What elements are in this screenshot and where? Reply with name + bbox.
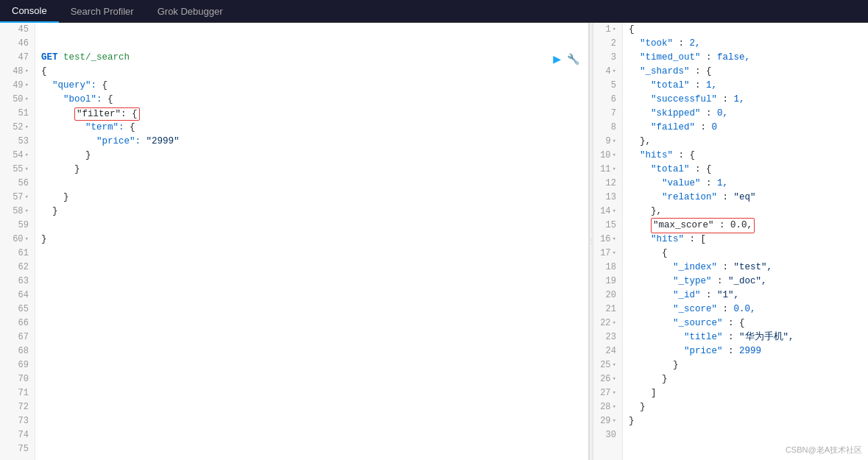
response-code-line: "hits" : { [629, 149, 862, 163]
response-fold-icon[interactable]: ▾ [613, 414, 616, 428]
play-button[interactable]: ▶ [553, 51, 561, 67]
response-code-line: "_source" : { [629, 316, 862, 330]
code-line [41, 428, 582, 442]
line-number: 51 [0, 107, 35, 121]
response-fold-icon[interactable]: ▾ [613, 372, 616, 386]
code-line [41, 330, 582, 344]
response-line-number: 30 [593, 428, 622, 442]
response-code-line: } [629, 414, 862, 428]
response-line-number: 14▾ [593, 205, 622, 219]
line-number: 67 [0, 330, 35, 344]
response-code-line [629, 428, 862, 442]
response-line-number: 17▾ [593, 247, 622, 261]
line-number: 55▾ [0, 163, 35, 177]
response-code-line: "title" : "华为手机", [629, 330, 862, 344]
highlighted-filter-key: "filter": { [74, 107, 140, 121]
response-fold-icon[interactable]: ▾ [613, 400, 616, 414]
line-number: 64 [0, 289, 35, 302]
code-line [41, 372, 582, 386]
fold-icon[interactable]: ▾ [25, 233, 29, 247]
response-line-number: 4▾ [593, 65, 622, 79]
code-line: } [41, 233, 582, 247]
fold-icon[interactable]: ▾ [25, 65, 29, 79]
line-number: 49▾ [0, 79, 35, 93]
response-line-number: 2 [593, 37, 622, 51]
line-number: 65 [0, 302, 35, 316]
editor-code-area[interactable]: ▶🔧GET test/_search{ "query": { "bool": {… [35, 23, 588, 460]
fold-icon[interactable]: ▾ [25, 79, 29, 93]
line-number: 58▾ [0, 205, 35, 219]
fold-icon[interactable]: ▾ [25, 163, 29, 177]
code-line [41, 261, 582, 275]
line-number: 53 [0, 135, 35, 149]
line-number: 63 [0, 275, 35, 289]
code-line [41, 247, 582, 261]
code-line: GET test/_search [41, 51, 582, 65]
response-code-line: "total" : 1, [629, 79, 862, 93]
code-line: } [41, 191, 582, 205]
line-number: 48▾ [0, 65, 35, 79]
response-line-number: 21 [593, 302, 622, 316]
highlighted-max-score: "max_score" : 0.0, [651, 218, 755, 233]
response-line-number: 29▾ [593, 414, 622, 428]
wrench-button[interactable]: 🔧 [567, 53, 579, 66]
code-line [41, 302, 582, 316]
response-fold-icon[interactable]: ▾ [613, 163, 616, 177]
code-line [41, 219, 582, 233]
response-line-number: 18 [593, 261, 622, 275]
tab-grok-debugger[interactable]: Grok Debugger [146, 0, 235, 23]
response-fold-icon[interactable]: ▾ [613, 358, 616, 372]
response-fold-icon[interactable]: ▾ [613, 149, 616, 163]
fold-icon[interactable]: ▾ [25, 191, 29, 205]
response-code-line: "successful" : 1, [629, 93, 862, 107]
fold-icon[interactable]: ▾ [25, 205, 29, 219]
code-line [41, 442, 582, 456]
fold-icon[interactable]: ▾ [25, 121, 29, 135]
line-number: 70 [0, 372, 35, 386]
response-fold-icon[interactable]: ▾ [613, 386, 616, 400]
response-fold-icon[interactable]: ▾ [613, 247, 616, 261]
response-line-number: 1▾ [593, 23, 622, 37]
response-fold-icon[interactable]: ▾ [613, 23, 616, 37]
response-line-number: 10▾ [593, 149, 622, 163]
line-number: 61 [0, 247, 35, 261]
fold-icon[interactable]: ▾ [25, 93, 29, 107]
line-number: 57▾ [0, 191, 35, 205]
response-line-number: 22▾ [593, 316, 622, 330]
line-number: 60▾ [0, 233, 35, 247]
code-line [41, 289, 582, 302]
code-line: } [41, 205, 582, 219]
code-line [41, 386, 582, 400]
code-line [41, 344, 582, 358]
response-fold-icon[interactable]: ▾ [613, 205, 616, 219]
response-fold-icon[interactable]: ▾ [613, 65, 616, 79]
response-line-number: 25▾ [593, 358, 622, 372]
tab-search-profiler[interactable]: Search Profiler [59, 0, 146, 23]
response-code-line: { [629, 23, 862, 37]
code-line [41, 358, 582, 372]
tab-console[interactable]: Console [0, 0, 59, 23]
response-line-number: 15 [593, 219, 622, 233]
code-line [41, 177, 582, 191]
response-panel: 1▾234▾56789▾10▾11▾121314▾1516▾17▾1819202… [593, 23, 868, 460]
fold-icon[interactable]: ▾ [25, 149, 29, 163]
response-code-line: { [629, 247, 862, 261]
line-number: 56 [0, 177, 35, 191]
response-line-number: 27▾ [593, 386, 622, 400]
response-line-number: 19 [593, 275, 622, 289]
response-line-number: 6 [593, 93, 622, 107]
watermark: CSBN@老A技术社区 [786, 445, 862, 456]
response-code-line: } [629, 372, 862, 386]
response-fold-icon[interactable]: ▾ [613, 135, 616, 149]
code-line: } [41, 149, 582, 163]
response-code-line: "hits" : [ [629, 233, 862, 247]
response-code-line: "took" : 2, [629, 37, 862, 51]
response-code-line: "price" : 2999 [629, 344, 862, 358]
line-number: 69 [0, 358, 35, 372]
response-fold-icon[interactable]: ▾ [613, 233, 616, 247]
code-line [41, 37, 582, 51]
response-code-line: "_shards" : { [629, 65, 862, 79]
response-fold-icon[interactable]: ▾ [613, 316, 616, 330]
code-line: "price": "2999" [41, 135, 582, 149]
response-code-line: } [629, 400, 862, 414]
